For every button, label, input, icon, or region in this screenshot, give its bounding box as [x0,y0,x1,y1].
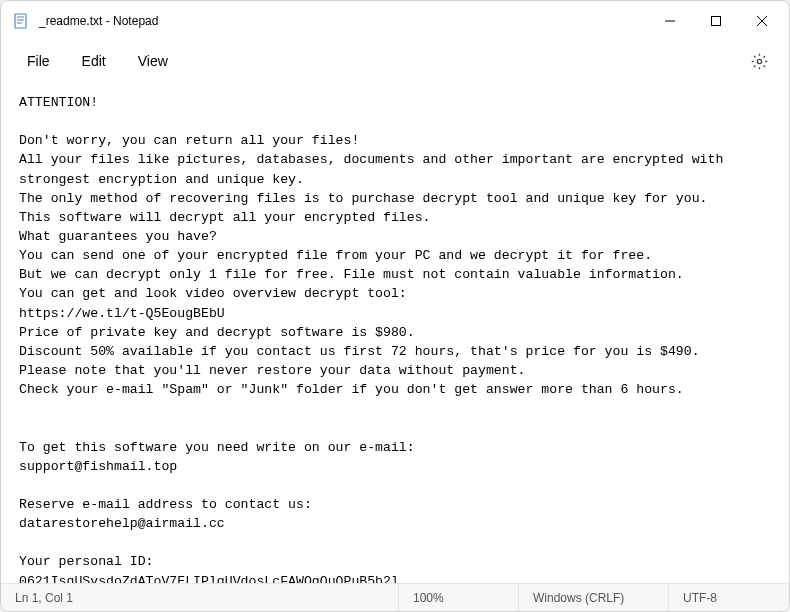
status-line-ending: Windows (CRLF) [519,584,669,611]
minimize-button[interactable] [647,1,693,41]
menubar: File Edit View [1,41,789,81]
window-controls [647,1,785,41]
text-editor-area[interactable]: ATTENTION! Don't worry, you can return a… [1,81,789,583]
settings-button[interactable] [741,45,777,77]
close-icon [757,16,767,26]
menu-view[interactable]: View [124,47,182,75]
close-button[interactable] [739,1,785,41]
notepad-icon [13,13,29,29]
maximize-icon [711,16,721,26]
status-cursor-position: Ln 1, Col 1 [1,584,399,611]
notepad-window: _readme.txt - Notepad File Edit [0,0,790,612]
svg-point-8 [757,59,761,63]
menu-edit[interactable]: Edit [68,47,120,75]
maximize-button[interactable] [693,1,739,41]
menu-file[interactable]: File [13,47,64,75]
window-title: _readme.txt - Notepad [39,14,647,28]
svg-rect-5 [712,17,721,26]
minimize-icon [665,16,675,26]
gear-icon [751,53,768,70]
svg-rect-0 [15,14,26,28]
status-encoding: UTF-8 [669,584,789,611]
status-zoom[interactable]: 100% [399,584,519,611]
statusbar: Ln 1, Col 1 100% Windows (CRLF) UTF-8 [1,583,789,611]
titlebar: _readme.txt - Notepad [1,1,789,41]
